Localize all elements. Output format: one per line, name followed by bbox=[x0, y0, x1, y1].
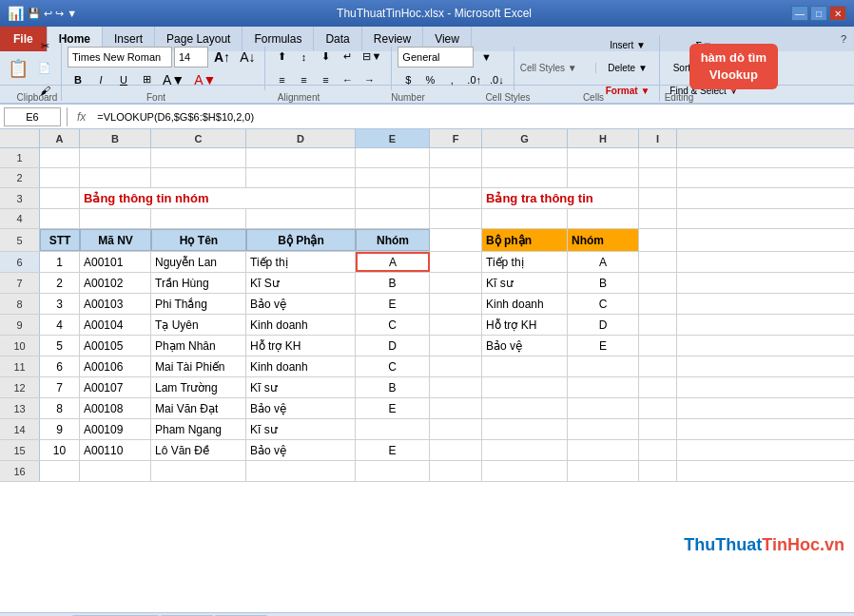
cell-c1[interactable] bbox=[151, 148, 246, 167]
cell-d14[interactable]: Kĩ sư bbox=[246, 419, 356, 439]
cell-i11[interactable] bbox=[639, 356, 677, 376]
decrease-font-btn[interactable]: A↓ bbox=[236, 47, 259, 67]
cell-a14[interactable]: 9 bbox=[40, 419, 80, 439]
cell-i5[interactable] bbox=[639, 229, 677, 251]
cell-c14[interactable]: Pham Ngang bbox=[151, 419, 246, 439]
cell-b8[interactable]: A00103 bbox=[80, 294, 151, 314]
cell-b4[interactable] bbox=[80, 209, 151, 228]
cell-a9[interactable]: 4 bbox=[40, 315, 80, 335]
cell-d7[interactable]: Kĩ Sư bbox=[246, 273, 356, 293]
cell-e12[interactable]: B bbox=[356, 377, 430, 397]
cell-h15[interactable] bbox=[568, 440, 639, 460]
col-header-f[interactable]: F bbox=[430, 129, 482, 147]
cell-d8[interactable]: Bảo vệ bbox=[246, 294, 356, 314]
col-header-d[interactable]: D bbox=[246, 129, 356, 147]
cell-e16[interactable] bbox=[356, 461, 430, 481]
cell-d9[interactable]: Kinh doanh bbox=[246, 315, 356, 335]
cell-e3[interactable] bbox=[356, 188, 430, 208]
cell-b2[interactable] bbox=[80, 168, 151, 187]
cell-f13[interactable] bbox=[430, 398, 482, 418]
align-bottom-btn[interactable]: ⬇ bbox=[315, 47, 336, 67]
align-middle-btn[interactable]: ↕ bbox=[293, 47, 314, 67]
indent-decrease-btn[interactable]: ← bbox=[337, 69, 358, 90]
cell-i16[interactable] bbox=[639, 461, 677, 481]
cell-e8[interactable]: E bbox=[356, 294, 430, 314]
cell-h10[interactable]: E bbox=[568, 336, 639, 356]
cell-g2[interactable] bbox=[482, 168, 568, 187]
cell-e6[interactable]: A bbox=[356, 252, 430, 272]
cell-c4[interactable] bbox=[151, 209, 246, 228]
cell-e4[interactable] bbox=[356, 209, 430, 228]
close-btn[interactable]: ✕ bbox=[829, 6, 846, 21]
cell-f11[interactable] bbox=[430, 356, 482, 376]
cell-b1[interactable] bbox=[80, 148, 151, 167]
cell-b9[interactable]: A00104 bbox=[80, 315, 151, 335]
cell-f2[interactable] bbox=[430, 168, 482, 187]
decimal-increase-btn[interactable]: .0↑ bbox=[463, 69, 485, 90]
cell-b14[interactable]: A00109 bbox=[80, 419, 151, 439]
cell-h14[interactable] bbox=[568, 419, 639, 439]
cell-g11[interactable] bbox=[482, 356, 568, 376]
cell-h13[interactable] bbox=[568, 398, 639, 418]
cell-c9[interactable]: Tạ Uyên bbox=[151, 315, 246, 335]
copy-btn[interactable]: 📄 bbox=[34, 58, 55, 79]
cell-i7[interactable] bbox=[639, 273, 677, 293]
merge-btn[interactable]: ⊟▼ bbox=[359, 47, 385, 67]
minimize-btn[interactable]: — bbox=[791, 6, 808, 21]
cell-e7[interactable]: B bbox=[356, 273, 430, 293]
cell-a2[interactable] bbox=[40, 168, 80, 187]
cell-i1[interactable] bbox=[639, 148, 677, 167]
cell-b5[interactable]: Mã NV bbox=[80, 229, 151, 251]
increase-font-btn[interactable]: A↑ bbox=[210, 47, 234, 67]
cell-h4[interactable] bbox=[568, 209, 639, 228]
format-painter-btn[interactable]: 🖌 bbox=[34, 80, 55, 101]
cut-btn[interactable]: ✂ bbox=[34, 36, 55, 57]
cell-d6[interactable]: Tiếp thị bbox=[246, 252, 356, 272]
cell-c15[interactable]: Lô Văn Đề bbox=[151, 440, 246, 460]
cell-c2[interactable] bbox=[151, 168, 246, 187]
cell-g10[interactable]: Bảo vệ bbox=[482, 336, 568, 356]
cell-c7[interactable]: Trần Hùng bbox=[151, 273, 246, 293]
font-color-btn[interactable]: A▼ bbox=[190, 69, 220, 90]
cell-g13[interactable] bbox=[482, 398, 568, 418]
cell-h7[interactable]: B bbox=[568, 273, 639, 293]
cell-e10[interactable]: D bbox=[356, 336, 430, 356]
col-header-g[interactable]: G bbox=[482, 129, 568, 147]
cell-f12[interactable] bbox=[430, 377, 482, 397]
col-header-e[interactable]: E bbox=[356, 129, 430, 147]
cell-e13[interactable]: E bbox=[356, 398, 430, 418]
cell-d4[interactable] bbox=[246, 209, 356, 228]
col-header-a[interactable]: A bbox=[40, 129, 80, 147]
cell-f7[interactable] bbox=[430, 273, 482, 293]
cell-c10[interactable]: Phạm Nhân bbox=[151, 336, 246, 356]
cell-a15[interactable]: 10 bbox=[40, 440, 80, 460]
cell-f10[interactable] bbox=[430, 336, 482, 356]
cell-g12[interactable] bbox=[482, 377, 568, 397]
cell-a3[interactable] bbox=[40, 188, 80, 208]
font-name-input[interactable] bbox=[68, 47, 172, 67]
cell-d13[interactable]: Bảo vệ bbox=[246, 398, 356, 418]
italic-btn[interactable]: I bbox=[90, 69, 111, 90]
cell-i12[interactable] bbox=[639, 377, 677, 397]
col-header-b[interactable]: B bbox=[80, 129, 151, 147]
cell-f5[interactable] bbox=[430, 229, 482, 251]
cell-d10[interactable]: Hỗ trợ KH bbox=[246, 336, 356, 356]
col-header-c[interactable]: C bbox=[151, 129, 246, 147]
cell-c12[interactable]: Lam Trường bbox=[151, 377, 246, 397]
cell-e5[interactable]: Nhóm bbox=[356, 229, 430, 251]
cell-i3[interactable] bbox=[639, 188, 677, 208]
thousands-btn[interactable]: , bbox=[441, 69, 462, 90]
align-top-btn[interactable]: ⬆ bbox=[271, 47, 292, 67]
cell-h5[interactable]: Nhóm bbox=[568, 229, 639, 251]
cell-c16[interactable] bbox=[151, 461, 246, 481]
cell-g9[interactable]: Hỗ trợ KH bbox=[482, 315, 568, 335]
cell-g8[interactable]: Kinh doanh bbox=[482, 294, 568, 314]
cell-b3[interactable]: Bảng thông tin nhóm bbox=[80, 188, 356, 208]
cell-b15[interactable]: A00110 bbox=[80, 440, 151, 460]
cell-c13[interactable]: Mai Văn Đạt bbox=[151, 398, 246, 418]
cell-i9[interactable] bbox=[639, 315, 677, 335]
cell-f8[interactable] bbox=[430, 294, 482, 314]
cell-d12[interactable]: Kĩ sư bbox=[246, 377, 356, 397]
cell-i4[interactable] bbox=[639, 209, 677, 228]
cell-f1[interactable] bbox=[430, 148, 482, 167]
